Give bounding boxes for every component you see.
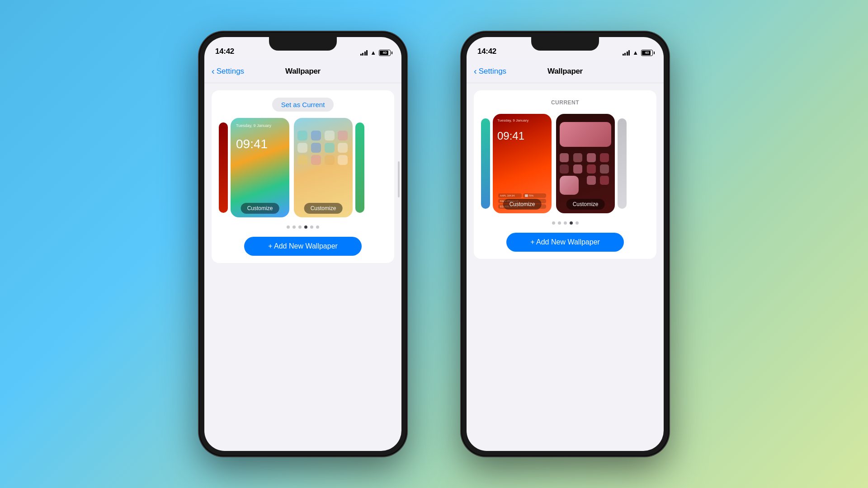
side-peek-left-prev (219, 122, 228, 213)
customize-lock-btn-right[interactable]: Customize (503, 199, 542, 210)
dot-6 (316, 225, 319, 229)
rdot-1 (552, 221, 555, 225)
status-time-right: 14:42 (477, 47, 496, 56)
app-icon-large (560, 176, 579, 195)
add-wallpaper-btn-left[interactable]: + Add New Wallpaper (244, 237, 362, 256)
status-icons-left: ▲ 40 (360, 49, 391, 56)
side-peek-right-next (355, 122, 364, 213)
battery-right: 40 (641, 50, 653, 56)
status-icons-right: ▲ 40 (623, 49, 653, 56)
page-indicators-left (287, 224, 319, 230)
rdot-4-active (570, 221, 573, 225)
wallpaper-container-left: Tuesday, 9 January 09:41 Customize (219, 118, 387, 217)
customize-lock-btn-left[interactable]: Customize (241, 203, 279, 214)
wallpaper-card-left: Set as Current Tuesday, 9 January 09:41 (212, 90, 394, 263)
page-title-right: Wallpaper (547, 67, 583, 76)
back-button-right[interactable]: ‹ Settings (474, 67, 506, 76)
back-chevron-right: ‹ (474, 66, 477, 75)
wallpaper-previews-left: Tuesday, 9 January 09:41 Customize (231, 118, 353, 217)
rdot-2 (558, 221, 561, 225)
lockscreen-wallpaper: Tuesday, 9 January 09:41 (231, 118, 289, 217)
homescreen-dark-wallpaper (556, 114, 615, 213)
add-wallpaper-btn-right[interactable]: + Add New Wallpaper (506, 233, 624, 252)
dot-4-active (304, 225, 307, 229)
dot-3 (298, 225, 302, 229)
customize-home-btn-right[interactable]: Customize (566, 199, 605, 210)
rdot-3 (564, 221, 567, 225)
scroll-indicator-left (398, 161, 400, 197)
notch-left (269, 37, 337, 51)
wallpaper-container-right: Tuesday, 9 January 09:41 AAPL 164.94 ⬜ 7… (481, 114, 649, 213)
homescreen-preview-right[interactable]: Customize (556, 114, 615, 213)
app-grid-dark (560, 153, 611, 195)
battery-left: 40 (379, 50, 391, 56)
iphone-right-screen: 14:42 ▲ 40 ‹ Settings Wal (467, 37, 664, 451)
customize-home-btn-left[interactable]: Customize (304, 203, 343, 214)
wifi-icon-right: ▲ (632, 49, 638, 56)
wifi-icon-left: ▲ (370, 49, 376, 56)
homescreen-wallpaper (294, 118, 353, 217)
back-label-left[interactable]: Settings (217, 67, 244, 76)
nav-bar-left: ‹ Settings Wallpaper (204, 60, 401, 83)
notch-right (531, 37, 599, 51)
home-widget-large (560, 122, 611, 147)
page-indicators-right (552, 220, 579, 226)
back-chevron-left: ‹ (212, 66, 215, 75)
screen-content-right: CURRENT Tuesday, 9 January 09:41 (467, 83, 664, 266)
iphone-right: 14:42 ▲ 40 ‹ Settings Wal (461, 32, 669, 456)
dot-1 (287, 225, 290, 229)
back-button-left[interactable]: ‹ Settings (212, 67, 244, 76)
screen-content-left: Set as Current Tuesday, 9 January 09:41 (204, 83, 401, 270)
set-as-current-button[interactable]: Set as Current (272, 98, 334, 112)
dot-5 (310, 225, 313, 229)
back-label-right[interactable]: Settings (479, 67, 506, 76)
rdot-5 (576, 221, 579, 225)
status-time-left: 14:42 (215, 47, 234, 56)
app-grid-left (297, 131, 349, 165)
signal-icon-right (623, 50, 630, 56)
wallpaper-previews-right: Tuesday, 9 January 09:41 AAPL 164.94 ⬜ 7… (493, 114, 615, 213)
homescreen-preview-left[interactable]: Customize (294, 118, 353, 217)
dot-2 (292, 225, 296, 229)
side-peek-right-prev (481, 118, 490, 209)
lockscreen-preview-left[interactable]: Tuesday, 9 January 09:41 Customize (231, 118, 289, 217)
iphone-left-screen: 14:42 ▲ 40 ‹ Settings Wal (204, 37, 401, 451)
lockscreen-preview-right[interactable]: Tuesday, 9 January 09:41 AAPL 164.94 ⬜ 7… (493, 114, 552, 213)
nav-bar-right: ‹ Settings Wallpaper (467, 60, 664, 83)
current-label: CURRENT (551, 98, 579, 108)
page-title-left: Wallpaper (285, 67, 321, 76)
lockscreen-red-wallpaper: Tuesday, 9 January 09:41 AAPL 164.94 ⬜ 7… (493, 114, 552, 213)
signal-icon-left (360, 50, 368, 56)
side-peek-right-next (618, 118, 627, 209)
iphone-left: 14:42 ▲ 40 ‹ Settings Wal (199, 32, 407, 456)
wallpaper-card-right: CURRENT Tuesday, 9 January 09:41 (474, 90, 656, 259)
